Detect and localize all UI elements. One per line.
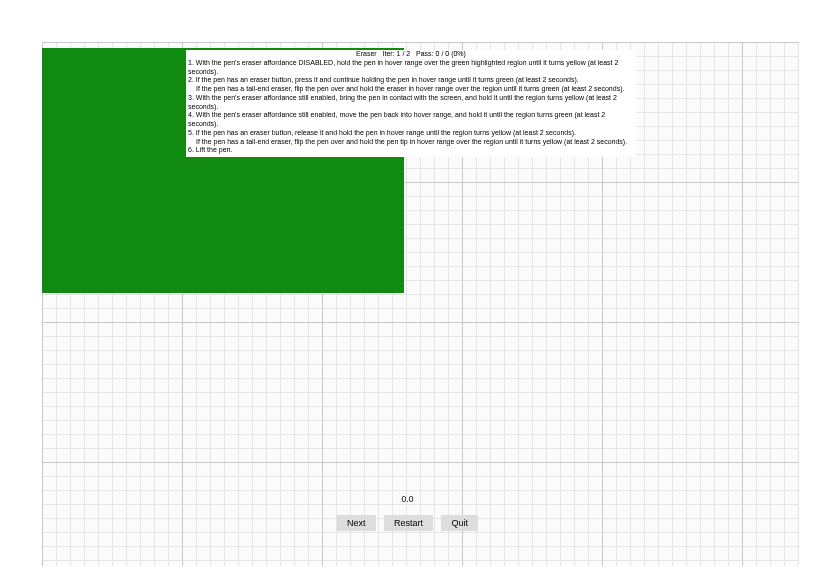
pass-label: Pass: xyxy=(416,50,434,57)
iter-total: 2 xyxy=(406,50,410,57)
instruction-line: 3. With the pen's eraser affordance stil… xyxy=(188,94,634,112)
instruction-line: If the pen has a tail-end eraser, flip t… xyxy=(188,85,634,94)
test-name: Eraser xyxy=(356,50,377,57)
instruction-line: 6. Lift the pen. xyxy=(188,146,634,155)
instruction-line: 2. If the pen has an eraser button, pres… xyxy=(188,76,634,85)
test-stage: Eraser Iter: 1 / 2 Pass: 0 / 0 (0%) 1. W… xyxy=(0,0,815,584)
readout-value: 0.0 xyxy=(402,494,414,504)
instructions-panel: Eraser Iter: 1 / 2 Pass: 0 / 0 (0%) 1. W… xyxy=(186,50,636,157)
instruction-line: 4. With the pen's eraser affordance stil… xyxy=(188,111,634,129)
instruction-line: 5. If the pen has an eraser button, rele… xyxy=(188,129,634,138)
pass-pct: (0%) xyxy=(451,50,466,57)
instructions-header: Eraser Iter: 1 / 2 Pass: 0 / 0 (0%) xyxy=(188,50,634,59)
iter-label: Iter: xyxy=(383,50,395,57)
pass-total: 0 xyxy=(445,50,449,57)
pass-current: 0 xyxy=(436,50,440,57)
next-button[interactable]: Next xyxy=(337,515,376,531)
instruction-line: If the pen has a tail-end eraser, flip t… xyxy=(188,138,634,147)
button-row: Next Restart Quit xyxy=(0,512,815,531)
iter-current: 1 xyxy=(397,50,401,57)
quit-button[interactable]: Quit xyxy=(441,515,478,531)
restart-button[interactable]: Restart xyxy=(384,515,433,531)
value-readout: 0.0 xyxy=(0,494,815,504)
instruction-line: 1. With the pen's eraser affordance DISA… xyxy=(188,59,634,77)
